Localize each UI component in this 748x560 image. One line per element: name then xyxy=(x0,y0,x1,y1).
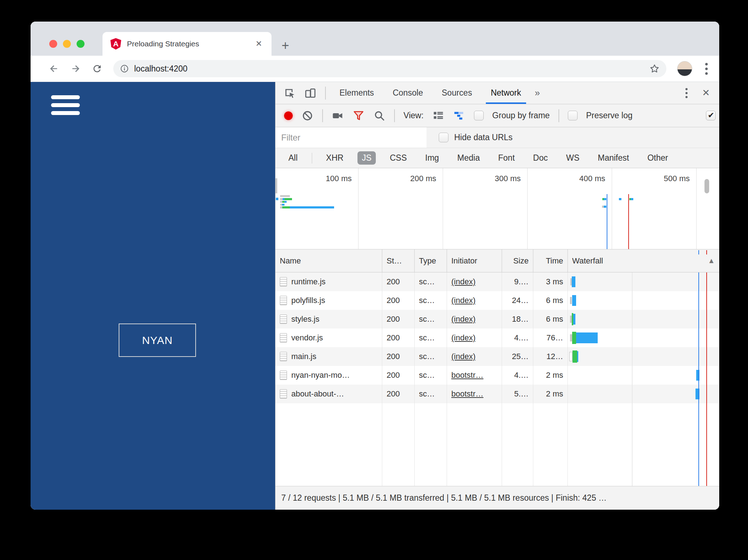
tab-title: Preloading Strategies xyxy=(127,40,248,48)
search-icon[interactable] xyxy=(373,110,386,122)
column-header-type[interactable]: Type xyxy=(415,249,447,272)
overview-bar xyxy=(275,178,277,193)
network-rows: runtime.js200sc…(index)9.…3 mspolyfills.… xyxy=(275,272,719,403)
nyan-button[interactable]: NYAN xyxy=(119,323,196,357)
initiator-link[interactable]: (index) xyxy=(451,296,475,305)
network-request-row[interactable]: polyfills.js200sc…(index)24…6 ms xyxy=(275,291,719,310)
preserve-log-checkbox[interactable] xyxy=(568,111,578,120)
request-time: 2 ms xyxy=(533,366,568,385)
overview-event-line xyxy=(607,194,607,249)
timeline-tick-label: 300 ms xyxy=(478,174,521,183)
type-filter-other[interactable]: Other xyxy=(643,151,672,165)
network-request-row[interactable]: main.js200sc…(index)25…12… xyxy=(275,347,719,366)
minimize-window-button[interactable] xyxy=(63,40,71,48)
tab-sources[interactable]: Sources xyxy=(437,82,477,104)
new-tab-button[interactable]: + xyxy=(282,39,289,52)
type-filter-doc[interactable]: Doc xyxy=(529,151,552,165)
column-header-waterfall[interactable]: Waterfall ▲ xyxy=(568,249,719,272)
devtools-close-icon[interactable]: ✕ xyxy=(699,87,713,98)
record-button[interactable] xyxy=(284,111,293,120)
column-header-size[interactable]: Size xyxy=(502,249,533,272)
more-tabs-icon[interactable]: » xyxy=(535,87,540,98)
inspect-element-icon[interactable] xyxy=(283,87,296,99)
hamburger-menu-icon[interactable] xyxy=(51,95,80,119)
tab-close-icon[interactable]: ✕ xyxy=(254,39,264,49)
type-filter-ws[interactable]: WS xyxy=(562,151,584,165)
browser-tab-strip: A Preloading Strategies ✕ + xyxy=(31,22,719,56)
bookmark-star-icon[interactable] xyxy=(649,63,660,74)
request-initiator: (index) xyxy=(447,329,502,347)
request-waterfall xyxy=(568,291,719,310)
type-filter-js[interactable]: JS xyxy=(357,151,376,165)
overview-bar xyxy=(284,198,292,200)
browser-menu-icon[interactable] xyxy=(703,61,710,76)
type-filter-media[interactable]: Media xyxy=(453,151,484,165)
request-rows-view-icon[interactable] xyxy=(432,110,444,122)
request-name: runtime.js xyxy=(275,272,382,291)
preserve-log-label: Preserve log xyxy=(586,111,633,120)
tab-elements[interactable]: Elements xyxy=(334,82,379,104)
request-waterfall xyxy=(568,329,719,347)
timeline-tick-label: 200 ms xyxy=(393,174,436,183)
devtools-menu-icon[interactable] xyxy=(683,87,690,100)
network-request-row[interactable]: about-about-…200sc…bootstr…5.…2 ms xyxy=(275,385,719,403)
network-request-row[interactable]: vendor.js200sc…(index)4.…76… xyxy=(275,329,719,347)
back-icon[interactable] xyxy=(49,63,59,74)
zoom-window-button[interactable] xyxy=(77,40,85,48)
column-header-time[interactable]: Time xyxy=(533,249,568,272)
initiator-link[interactable]: (index) xyxy=(451,333,475,343)
script-file-icon xyxy=(280,371,287,380)
site-info-icon[interactable] xyxy=(120,64,129,73)
initiator-link[interactable]: bootstr… xyxy=(451,389,483,399)
initiator-link[interactable]: bootstr… xyxy=(451,371,483,380)
forward-icon[interactable] xyxy=(70,63,81,74)
browser-toolbar: localhost:4200 xyxy=(31,56,719,82)
waterfall-view-icon[interactable] xyxy=(453,110,465,122)
divider xyxy=(325,87,326,100)
request-type: sc… xyxy=(415,310,447,329)
network-request-row[interactable]: styles.js200sc…(index)18…6 ms xyxy=(275,310,719,329)
group-by-frame-checkbox[interactable] xyxy=(474,111,484,120)
request-status: 200 xyxy=(382,272,415,291)
close-window-button[interactable] xyxy=(49,40,57,48)
network-request-row[interactable]: nyan-nyan-mo…200sc…bootstr…4.…2 ms xyxy=(275,366,719,385)
request-name: main.js xyxy=(275,347,382,366)
network-filter-input[interactable] xyxy=(275,127,427,148)
column-header-initiator[interactable]: Initiator xyxy=(447,249,502,272)
waterfall-event-line xyxy=(698,272,699,486)
request-size: 24… xyxy=(502,291,533,310)
request-type: sc… xyxy=(415,385,447,403)
clear-icon[interactable] xyxy=(301,110,314,122)
type-filter-img[interactable]: Img xyxy=(421,151,443,165)
reload-icon[interactable] xyxy=(92,63,102,74)
initiator-link[interactable]: (index) xyxy=(451,315,475,324)
overview-bar xyxy=(604,198,606,200)
initiator-link[interactable]: (index) xyxy=(451,352,475,361)
device-toolbar-icon[interactable] xyxy=(304,87,316,99)
hide-data-urls-checkbox[interactable] xyxy=(439,133,448,142)
capture-screenshots-icon[interactable] xyxy=(332,110,344,122)
type-filter-css[interactable]: CSS xyxy=(386,151,411,165)
profile-avatar[interactable] xyxy=(677,61,692,76)
type-filter-all[interactable]: All xyxy=(284,151,302,165)
type-filter-xhr[interactable]: XHR xyxy=(322,151,348,165)
tab-console[interactable]: Console xyxy=(388,82,428,104)
type-filter-font[interactable]: Font xyxy=(494,151,519,165)
tab-network[interactable]: Network xyxy=(486,82,526,104)
filter-icon[interactable] xyxy=(352,110,365,122)
request-initiator: bootstr… xyxy=(447,366,502,385)
initiator-link[interactable]: (index) xyxy=(451,277,475,286)
column-header-status[interactable]: St… xyxy=(382,249,415,272)
type-filter-manifest[interactable]: Manifest xyxy=(593,151,633,165)
request-size: 9.… xyxy=(502,272,533,291)
request-time: 3 ms xyxy=(533,272,568,291)
timeline-gridline xyxy=(612,168,612,249)
waterfall-bar xyxy=(572,295,576,306)
disable-cache-checkbox[interactable] xyxy=(706,111,716,120)
browser-tab[interactable]: A Preloading Strategies ✕ xyxy=(102,32,272,56)
network-request-row[interactable]: runtime.js200sc…(index)9.…3 ms xyxy=(275,272,719,291)
address-bar[interactable]: localhost:4200 xyxy=(113,60,666,77)
overview-timeline[interactable]: 100 ms200 ms300 ms400 ms500 ms xyxy=(275,168,719,249)
request-name: styles.js xyxy=(275,310,382,329)
column-header-name[interactable]: Name xyxy=(275,249,382,272)
